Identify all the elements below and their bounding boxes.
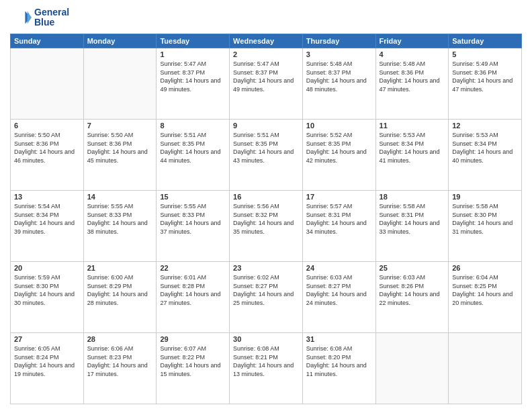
day-number: 9 [233, 122, 299, 130]
day-number: 22 [160, 264, 226, 272]
day-detail: Sunrise: 5:50 AMSunset: 8:36 PMDaylight:… [87, 132, 148, 164]
calendar-cell: 17 Sunrise: 5:57 AMSunset: 8:31 PMDaylig… [302, 191, 375, 262]
day-detail: Sunrise: 5:58 AMSunset: 8:31 PMDaylight:… [380, 203, 440, 235]
day-detail: Sunrise: 6:03 AMSunset: 8:26 PMDaylight:… [380, 274, 440, 306]
day-detail: Sunrise: 5:48 AMSunset: 8:36 PMDaylight:… [380, 60, 440, 93]
day-detail: Sunrise: 5:51 AMSunset: 8:35 PMDaylight:… [160, 132, 220, 164]
day-number: 27 [14, 335, 80, 343]
calendar-cell: 13 Sunrise: 5:54 AMSunset: 8:34 PMDaylig… [11, 191, 84, 262]
calendar-cell: 8 Sunrise: 5:51 AMSunset: 8:35 PMDayligh… [157, 120, 230, 191]
day-number: 11 [380, 122, 445, 130]
day-number: 28 [87, 335, 153, 343]
header: General Blue [10, 7, 522, 28]
calendar-cell [449, 333, 522, 404]
day-number: 1 [160, 50, 226, 58]
calendar-cell: 24 Sunrise: 6:03 AMSunset: 8:27 PMDaylig… [302, 262, 375, 333]
day-detail: Sunrise: 5:49 AMSunset: 8:36 PMDaylight:… [452, 60, 513, 93]
day-number: 2 [233, 50, 299, 58]
day-detail: Sunrise: 6:03 AMSunset: 8:27 PMDaylight:… [306, 274, 367, 306]
day-detail: Sunrise: 6:04 AMSunset: 8:25 PMDaylight:… [452, 274, 513, 306]
logo-icon [10, 7, 32, 28]
day-number: 21 [87, 264, 153, 272]
day-number: 17 [306, 193, 372, 201]
calendar-cell: 5 Sunrise: 5:49 AMSunset: 8:36 PMDayligh… [449, 48, 522, 120]
day-detail: Sunrise: 5:54 AMSunset: 8:34 PMDaylight:… [14, 203, 75, 235]
calendar-cell: 9 Sunrise: 5:51 AMSunset: 8:35 PMDayligh… [230, 120, 303, 191]
calendar-cell: 31 Sunrise: 6:08 AMSunset: 8:20 PMDaylig… [302, 333, 375, 404]
day-number: 20 [14, 264, 80, 272]
day-detail: Sunrise: 5:53 AMSunset: 8:34 PMDaylight:… [380, 132, 440, 164]
day-number: 30 [233, 335, 299, 343]
calendar-cell: 15 Sunrise: 5:55 AMSunset: 8:33 PMDaylig… [157, 191, 230, 262]
day-detail: Sunrise: 5:47 AMSunset: 8:37 PMDaylight:… [233, 60, 294, 93]
page: General Blue SundayMondayTuesdayWednesda… [0, 0, 532, 411]
day-detail: Sunrise: 6:06 AMSunset: 8:23 PMDaylight:… [87, 345, 148, 377]
weekday-header: Friday [375, 34, 449, 48]
calendar-cell: 29 Sunrise: 6:07 AMSunset: 8:22 PMDaylig… [157, 333, 230, 404]
day-detail: Sunrise: 6:05 AMSunset: 8:24 PMDaylight:… [14, 345, 75, 377]
day-number: 4 [380, 50, 445, 58]
day-number: 18 [380, 193, 445, 201]
day-detail: Sunrise: 5:48 AMSunset: 8:37 PMDaylight:… [306, 60, 367, 93]
calendar: SundayMondayTuesdayWednesdayThursdayFrid… [10, 34, 522, 404]
weekday-header: Wednesday [230, 34, 303, 48]
calendar-cell: 21 Sunrise: 6:00 AMSunset: 8:29 PMDaylig… [83, 262, 157, 333]
day-detail: Sunrise: 5:55 AMSunset: 8:33 PMDaylight:… [87, 203, 148, 235]
calendar-cell: 14 Sunrise: 5:55 AMSunset: 8:33 PMDaylig… [83, 191, 157, 262]
calendar-cell: 16 Sunrise: 5:56 AMSunset: 8:32 PMDaylig… [230, 191, 303, 262]
day-detail: Sunrise: 5:47 AMSunset: 8:37 PMDaylight:… [160, 60, 220, 93]
calendar-cell: 7 Sunrise: 5:50 AMSunset: 8:36 PMDayligh… [83, 120, 157, 191]
day-number: 7 [87, 122, 153, 130]
calendar-cell: 11 Sunrise: 5:53 AMSunset: 8:34 PMDaylig… [375, 120, 449, 191]
day-detail: Sunrise: 5:52 AMSunset: 8:35 PMDaylight:… [306, 132, 367, 164]
calendar-cell: 4 Sunrise: 5:48 AMSunset: 8:36 PMDayligh… [375, 48, 449, 120]
day-detail: Sunrise: 6:08 AMSunset: 8:20 PMDaylight:… [306, 345, 367, 377]
day-detail: Sunrise: 6:00 AMSunset: 8:29 PMDaylight:… [87, 274, 148, 306]
calendar-cell: 12 Sunrise: 5:53 AMSunset: 8:34 PMDaylig… [449, 120, 522, 191]
day-detail: Sunrise: 5:57 AMSunset: 8:31 PMDaylight:… [306, 203, 367, 235]
calendar-cell: 6 Sunrise: 5:50 AMSunset: 8:36 PMDayligh… [11, 120, 84, 191]
calendar-cell: 22 Sunrise: 6:01 AMSunset: 8:28 PMDaylig… [157, 262, 230, 333]
weekday-header: Tuesday [157, 34, 230, 48]
weekday-header: Monday [83, 34, 157, 48]
day-detail: Sunrise: 6:01 AMSunset: 8:28 PMDaylight:… [160, 274, 220, 306]
day-number: 5 [452, 50, 518, 58]
day-number: 24 [306, 264, 372, 272]
day-number: 10 [306, 122, 372, 130]
day-detail: Sunrise: 5:59 AMSunset: 8:30 PMDaylight:… [14, 274, 75, 306]
day-number: 29 [160, 335, 226, 343]
calendar-cell: 2 Sunrise: 5:47 AMSunset: 8:37 PMDayligh… [230, 48, 303, 120]
weekday-header: Saturday [449, 34, 522, 48]
weekday-header: Sunday [11, 34, 84, 48]
logo: General Blue [10, 7, 69, 28]
day-number: 26 [452, 264, 518, 272]
calendar-cell: 27 Sunrise: 6:05 AMSunset: 8:24 PMDaylig… [11, 333, 84, 404]
day-detail: Sunrise: 5:58 AMSunset: 8:30 PMDaylight:… [452, 203, 513, 235]
day-number: 16 [233, 193, 299, 201]
day-number: 8 [160, 122, 226, 130]
calendar-cell: 30 Sunrise: 6:08 AMSunset: 8:21 PMDaylig… [230, 333, 303, 404]
day-detail: Sunrise: 5:53 AMSunset: 8:34 PMDaylight:… [452, 132, 513, 164]
day-detail: Sunrise: 5:50 AMSunset: 8:36 PMDaylight:… [14, 132, 75, 164]
day-number: 19 [452, 193, 518, 201]
calendar-cell [375, 333, 449, 404]
svg-marker-1 [28, 11, 32, 24]
day-number: 25 [380, 264, 445, 272]
day-detail: Sunrise: 6:07 AMSunset: 8:22 PMDaylight:… [160, 345, 220, 377]
calendar-cell: 10 Sunrise: 5:52 AMSunset: 8:35 PMDaylig… [302, 120, 375, 191]
calendar-cell: 25 Sunrise: 6:03 AMSunset: 8:26 PMDaylig… [375, 262, 449, 333]
day-detail: Sunrise: 5:56 AMSunset: 8:32 PMDaylight:… [233, 203, 294, 235]
day-number: 13 [14, 193, 80, 201]
calendar-cell: 18 Sunrise: 5:58 AMSunset: 8:31 PMDaylig… [375, 191, 449, 262]
day-number: 12 [452, 122, 518, 130]
day-number: 3 [306, 50, 372, 58]
day-number: 31 [306, 335, 372, 343]
logo-text: General Blue [34, 7, 69, 28]
calendar-cell: 19 Sunrise: 5:58 AMSunset: 8:30 PMDaylig… [449, 191, 522, 262]
day-detail: Sunrise: 5:51 AMSunset: 8:35 PMDaylight:… [233, 132, 294, 164]
calendar-cell: 1 Sunrise: 5:47 AMSunset: 8:37 PMDayligh… [157, 48, 230, 120]
weekday-header: Thursday [302, 34, 375, 48]
day-detail: Sunrise: 6:02 AMSunset: 8:27 PMDaylight:… [233, 274, 294, 306]
calendar-cell: 23 Sunrise: 6:02 AMSunset: 8:27 PMDaylig… [230, 262, 303, 333]
day-number: 23 [233, 264, 299, 272]
